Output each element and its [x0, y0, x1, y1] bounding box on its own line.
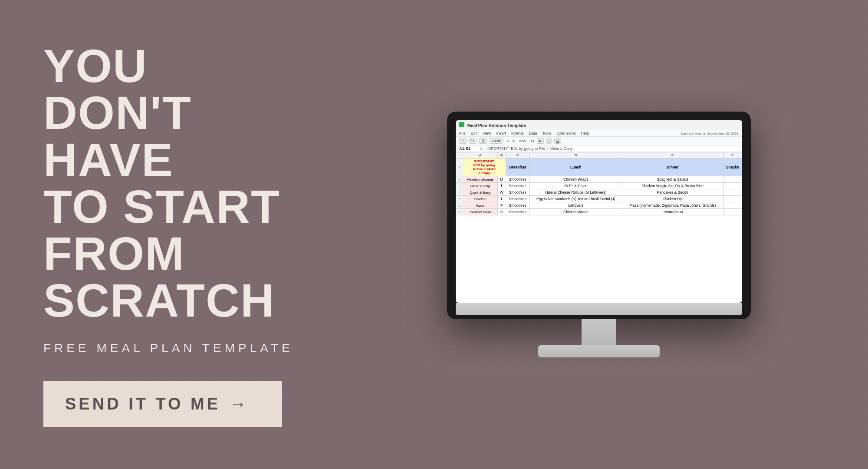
cell-dinner-header: Dinner: [622, 159, 723, 176]
cell-reference[interactable]: A1:B1: [459, 146, 477, 151]
font-size[interactable]: 14: [530, 139, 534, 143]
ss-grid: A B C D E F 1: [456, 152, 742, 303]
row-num-2: 2: [456, 176, 463, 183]
cell-breakfast-2: Smoothies: [506, 176, 529, 183]
cta-button[interactable]: SEND IT TO ME →: [43, 381, 282, 427]
cell-theme-3: Clean Eating: [463, 183, 498, 189]
cell-lunch-2: Chicken Wraps: [529, 176, 622, 183]
monitor: Meal Plan Rotation Template File Edit Vi…: [447, 112, 751, 357]
col-header-c: C: [506, 152, 529, 159]
table-row: 2 Mealless Monday M Smoothies Chicken Wr…: [456, 176, 742, 183]
col-header-a: A: [463, 152, 498, 159]
formula-bar: A1:B1 fx IMPORTANT: Edit by going to Fil…: [456, 145, 742, 152]
cta-arrow-icon: →: [229, 394, 247, 414]
formula-content: IMPORTANT: Edit by going to File > Make …: [487, 146, 573, 151]
col-header-f: F: [723, 152, 742, 159]
cell-lunch-5: Egg Salad Sandwich (K) Tomato-Basil Pani…: [529, 196, 622, 202]
cell-lunch-3: BLT's & Chips: [529, 183, 622, 189]
row-num-1: 1: [456, 159, 463, 176]
cell-dinner-7: Potato Soup: [622, 209, 723, 215]
spreadsheet: Meal Plan Rotation Template File Edit Vi…: [456, 120, 742, 303]
col-header-rownum: [456, 152, 463, 159]
underline-button[interactable]: U: [554, 138, 561, 144]
monitor-stand-neck: [582, 319, 616, 345]
cell-lunch-4: Ham & Cheese Rollups (or Leftovers): [529, 189, 622, 196]
menu-tools[interactable]: Tools: [542, 131, 551, 135]
google-sheets-icon: [459, 122, 464, 127]
row-num-3: 3: [456, 183, 463, 189]
table-row: 5 Chicken T Smoothies Egg Salad Sandwich…: [456, 196, 742, 202]
headline-line3: SCRATCH: [43, 277, 295, 324]
cell-dinner-5: Chicken Dip: [622, 196, 723, 202]
cell-day-2: M: [497, 176, 506, 183]
cell-dinner-3: Chicken Veggie Stir Fry & Brown Rice: [622, 183, 723, 189]
menu-insert[interactable]: Insert: [496, 131, 506, 135]
menu-data[interactable]: Data: [529, 131, 537, 135]
formula-separator: fx: [480, 146, 483, 151]
cell-important[interactable]: IMPORTANT:Edit by goingto File > Makea C…: [463, 159, 506, 176]
row-num-6: 6: [456, 202, 463, 209]
cell-breakfast-7: Smoothies: [506, 209, 529, 215]
monitor-chin: [456, 303, 742, 315]
table-row: 7 Comfort Food S Smoothies Chicken Wraps…: [456, 209, 742, 215]
cell-day-5: T: [497, 196, 506, 202]
table-row: 4 Quick & Easy W Smoothies Ham & Cheese …: [456, 189, 742, 196]
cell-lunch-7: Chicken Wraps: [529, 209, 622, 215]
zoom-select[interactable]: 100%: [490, 138, 503, 144]
cell-snacks-7: [723, 209, 742, 215]
row-num-5: 5: [456, 196, 463, 202]
redo-button[interactable]: ↪: [469, 138, 477, 144]
subtitle: FREE MEAL PLAN TEMPLATE: [43, 341, 295, 355]
cell-breakfast-4: Smoothies: [506, 189, 529, 196]
menu-view[interactable]: View: [483, 131, 491, 135]
cta-label: SEND IT TO ME: [65, 395, 220, 413]
cell-theme-6: Pizza: [463, 202, 498, 209]
bold-button[interactable]: B: [537, 138, 544, 144]
currency-btn[interactable]: $: [507, 139, 509, 143]
table-row: 1 IMPORTANT:Edit by goingto File > Makea…: [456, 159, 742, 176]
col-header-d: D: [529, 152, 622, 159]
cell-day-6: F: [497, 202, 506, 209]
cell-snacks-3: [723, 183, 742, 189]
print-button[interactable]: 🖨: [479, 138, 487, 144]
cell-lunch-6: Leftovers: [529, 202, 622, 209]
monitor-screen: Meal Plan Rotation Template File Edit Vi…: [456, 120, 742, 303]
cell-snacks-4: [723, 189, 742, 196]
spreadsheet-table: A B C D E F 1: [456, 152, 742, 215]
last-edit: Last edit was on September 16, 2021: [681, 132, 739, 135]
cell-day-7: S: [497, 209, 506, 215]
ss-menu-bar: File Edit View Insert Format Data Tools …: [456, 130, 742, 137]
menu-edit[interactable]: Edit: [471, 131, 478, 135]
table-row: 6 Pizza F Smoothies Leftovers Pizza (Hom…: [456, 202, 742, 209]
cell-snacks-header: Snacks: [723, 159, 742, 176]
undo-button[interactable]: ↩: [459, 138, 467, 144]
headline-line2: TO START FROM: [43, 183, 295, 277]
headline: YOU DON'T HAVE TO START FROM SCRATCH: [43, 43, 295, 324]
font-family[interactable]: Arial: [519, 139, 526, 143]
percent-btn[interactable]: %: [512, 139, 515, 143]
cell-day-3: T: [497, 183, 506, 189]
ss-toolbar: ↩ ↪ 🖨 100% $ % Arial 14 B I U: [456, 137, 742, 145]
ss-title-bar: Meal Plan Rotation Template: [456, 120, 742, 130]
menu-file[interactable]: File: [459, 131, 466, 135]
right-panel: Meal Plan Rotation Template File Edit Vi…: [330, 0, 868, 469]
cell-dinner-2: Spaghetti & Salads: [622, 176, 723, 183]
cell-lunch-header: Lunch: [529, 159, 622, 176]
cell-snacks-2: [723, 176, 742, 183]
cell-theme-4: Quick & Easy: [463, 189, 498, 196]
menu-help[interactable]: Help: [581, 131, 589, 135]
menu-format[interactable]: Format: [511, 131, 524, 135]
ss-title: Meal Plan Rotation Template: [467, 123, 526, 128]
cell-breakfast-3: Smoothies: [506, 183, 529, 189]
left-panel: YOU DON'T HAVE TO START FROM SCRATCH FRE…: [0, 0, 330, 469]
cell-breakfast-5: Smoothies: [506, 196, 529, 202]
cell-day-4: W: [497, 189, 506, 196]
cell-theme-7: Comfort Food: [463, 209, 498, 215]
cell-theme-5: Chicken: [463, 196, 498, 202]
menu-extensions[interactable]: Extensions: [556, 131, 575, 135]
col-header-e: E: [622, 152, 723, 159]
monitor-stand-base: [538, 345, 660, 357]
monitor-screen-outer: Meal Plan Rotation Template File Edit Vi…: [447, 112, 751, 319]
cell-dinner-4: Pancakes & Bacon: [622, 189, 723, 196]
italic-button[interactable]: I: [546, 138, 552, 144]
